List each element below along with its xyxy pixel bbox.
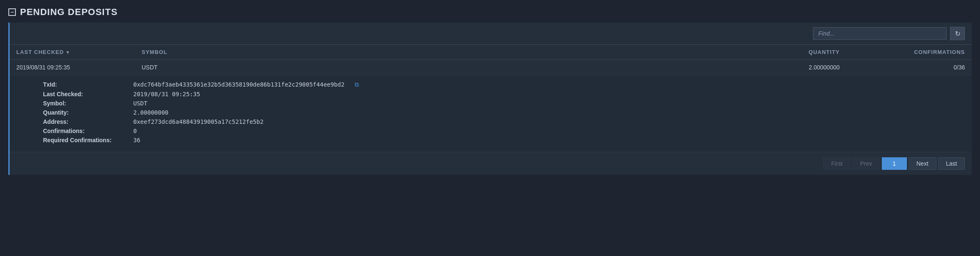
cell-confirmations: 0/36 — [840, 64, 965, 71]
section-header: − PENDING DEPOSITS — [8, 7, 972, 18]
sort-arrow-icon: ▼ — [66, 50, 71, 55]
detail-required-confirmations-label: Required Confirmations: — [43, 137, 127, 143]
col-header-symbol: SYMBOL — [142, 49, 731, 55]
cell-quantity: 2.00000000 — [731, 64, 840, 71]
detail-row-confirmations: Confirmations: 0 — [43, 128, 965, 134]
detail-quantity-value: 2.00000000 — [133, 109, 168, 116]
detail-address-label: Address: — [43, 118, 127, 125]
txid-value: 0xdc764bf3aeb4335361e32b5d36358190de86b1… — [133, 81, 345, 88]
pagination: First Prev 1 Next Last — [10, 152, 972, 175]
detail-required-confirmations-value: 36 — [133, 137, 140, 143]
detail-row-quantity: Quantity: 2.00000000 — [43, 109, 965, 116]
cell-last-checked: 2019/08/31 09:25:35 — [16, 64, 142, 71]
detail-row-required-confirmations: Required Confirmations: 36 — [43, 137, 965, 143]
prev-button[interactable]: Prev — [852, 157, 880, 170]
refresh-icon: ↻ — [955, 30, 960, 38]
detail-symbol-value: USDT — [133, 100, 147, 107]
detail-row-address: Address: 0xeef273dcd6a48843919005a17c521… — [43, 118, 965, 125]
detail-panel: TxId: 0xdc764bf3aeb4335361e32b5d36358190… — [10, 75, 972, 152]
detail-last-checked-label: Last Checked: — [43, 91, 127, 97]
col-header-confirmations: CONFIRMATIONS — [840, 49, 965, 55]
detail-symbol-label: Symbol: — [43, 100, 127, 107]
col-header-quantity: QUANTITY — [731, 49, 840, 55]
cell-symbol: USDT — [142, 64, 731, 71]
detail-quantity-label: Quantity: — [43, 109, 127, 116]
detail-last-checked-value: 2019/08/31 09:25:35 — [133, 91, 200, 97]
detail-row-txid: TxId: 0xdc764bf3aeb4335361e32b5d36358190… — [43, 81, 965, 88]
page-1-button[interactable]: 1 — [882, 157, 907, 170]
section-title: PENDING DEPOSITS — [20, 7, 118, 18]
toolbar: ↻ — [10, 23, 972, 44]
detail-confirmations-label: Confirmations: — [43, 128, 127, 134]
detail-address-value: 0xeef273dcd6a48843919005a17c5212fe5b2 — [133, 118, 264, 125]
txid-label: TxId: — [43, 81, 127, 88]
detail-row-symbol: Symbol: USDT — [43, 100, 965, 107]
find-input[interactable] — [813, 27, 947, 40]
last-button[interactable]: Last — [938, 157, 965, 170]
page-container: − PENDING DEPOSITS ↻ LAST CHECKED ▼ SYMB… — [0, 0, 980, 182]
table-header: LAST CHECKED ▼ SYMBOL QUANTITY CONFIRMAT… — [10, 44, 972, 60]
detail-row-last-checked: Last Checked: 2019/08/31 09:25:35 — [43, 91, 965, 97]
detail-confirmations-value: 0 — [133, 128, 137, 134]
first-button[interactable]: First — [823, 157, 851, 170]
collapse-icon[interactable]: − — [8, 8, 16, 16]
table-row[interactable]: 2019/08/31 09:25:35 USDT 2.00000000 0/36 — [10, 60, 972, 75]
col-header-last-checked[interactable]: LAST CHECKED ▼ — [16, 49, 142, 55]
next-button[interactable]: Next — [909, 157, 937, 170]
refresh-button[interactable]: ↻ — [950, 27, 965, 40]
copy-icon[interactable]: ⧉ — [355, 81, 359, 88]
table-container: ↻ LAST CHECKED ▼ SYMBOL QUANTITY CONFIRM… — [8, 23, 972, 175]
